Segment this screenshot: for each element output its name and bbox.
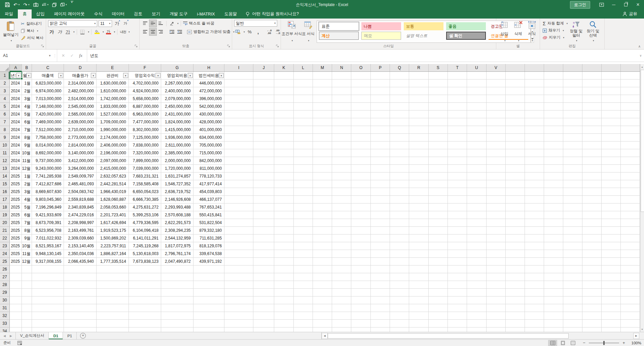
cell[interactable]: [486, 312, 505, 320]
cell[interactable]: [253, 126, 274, 134]
cell[interactable]: [161, 304, 193, 312]
ribbon-display-options-button[interactable]: [596, 0, 608, 9]
cell[interactable]: [9, 327, 22, 332]
cell[interactable]: [563, 219, 582, 227]
fill-button[interactable]: 채우기 ▾: [543, 27, 568, 34]
cell[interactable]: [351, 126, 370, 134]
cell[interactable]: [274, 304, 293, 312]
cell[interactable]: [409, 165, 428, 172]
cell-B20[interactable]: 7월: [22, 219, 32, 227]
cell[interactable]: [253, 180, 274, 188]
cell[interactable]: [224, 296, 253, 304]
autosum-button[interactable]: Σ 자동 합계 ▾: [543, 20, 568, 27]
cell[interactable]: [448, 180, 467, 188]
cell[interactable]: [274, 103, 293, 111]
cell[interactable]: [525, 87, 544, 95]
cell[interactable]: [351, 281, 370, 289]
cell-C24[interactable]: 9,948,130,145: [32, 250, 64, 258]
cell[interactable]: [601, 227, 620, 234]
format-painter-button[interactable]: 서식 복사: [21, 34, 43, 41]
cell[interactable]: [332, 134, 351, 141]
cell-D3[interactable]: 2,482,000,000: [64, 87, 97, 95]
cell[interactable]: [293, 281, 313, 289]
vertical-scroll-thumb[interactable]: [641, 70, 644, 212]
cell[interactable]: [486, 304, 505, 312]
cell[interactable]: [486, 118, 505, 126]
cell[interactable]: [467, 126, 486, 134]
cell[interactable]: [467, 118, 486, 126]
cell[interactable]: [525, 281, 544, 289]
cell[interactable]: [224, 126, 253, 134]
cell[interactable]: [370, 289, 390, 296]
cell[interactable]: [467, 103, 486, 111]
cell[interactable]: [582, 234, 601, 242]
cell-C19[interactable]: 9,421,933,609: [32, 211, 64, 219]
cell[interactable]: [313, 203, 332, 211]
cell[interactable]: [448, 320, 467, 327]
cell[interactable]: [293, 157, 313, 165]
cell-E14[interactable]: 2,632,057,623: [97, 172, 129, 180]
cell[interactable]: [620, 141, 640, 149]
cell[interactable]: [370, 172, 390, 180]
cell[interactable]: [620, 72, 640, 80]
cell[interactable]: [486, 134, 505, 141]
cell-F18[interactable]: 4,275,631,272: [129, 203, 161, 211]
cell-F3[interactable]: 4,924,000,000: [129, 87, 161, 95]
row-header-4[interactable]: 4: [0, 95, 9, 103]
paste-options-button[interactable]: ▾: [40, 1, 50, 8]
cell[interactable]: [428, 258, 448, 265]
cell-C21[interactable]: 6,523,956,708: [32, 227, 64, 234]
cell[interactable]: [351, 80, 370, 87]
cell-C4[interactable]: 7,013,000,000: [32, 95, 64, 103]
cell[interactable]: [390, 87, 409, 95]
cell-A14[interactable]: 2025: [9, 172, 22, 180]
cell-C14[interactable]: 7,741,285,938: [32, 172, 64, 180]
column-header-B[interactable]: B: [22, 64, 32, 72]
cell[interactable]: [448, 234, 467, 242]
cell[interactable]: [193, 304, 224, 312]
cell[interactable]: [193, 327, 224, 332]
cell[interactable]: [505, 188, 525, 196]
cancel-entry-button[interactable]: ✕: [59, 53, 67, 58]
cell-C15[interactable]: 7,412,827,686: [32, 180, 64, 188]
cell[interactable]: [486, 80, 505, 87]
cell[interactable]: [313, 172, 332, 180]
page-break-view-button[interactable]: [568, 340, 577, 346]
cell[interactable]: [620, 234, 640, 242]
cell[interactable]: [525, 320, 544, 327]
cell-E20[interactable]: 1,617,426,694: [97, 219, 129, 227]
cell[interactable]: [467, 134, 486, 141]
cell-F15[interactable]: 7,158,585,408: [129, 180, 161, 188]
cell[interactable]: [370, 165, 390, 172]
cell[interactable]: [332, 126, 351, 134]
cell[interactable]: [390, 219, 409, 227]
cell[interactable]: [129, 304, 161, 312]
cell[interactable]: [620, 118, 640, 126]
cell-H4[interactable]: 396,000,000: [193, 95, 224, 103]
cell-A5[interactable]: 2024: [9, 103, 22, 111]
cell[interactable]: [601, 188, 620, 196]
cell[interactable]: [332, 273, 351, 281]
cell[interactable]: [351, 95, 370, 103]
insert-cells-button[interactable]: 삽입 ▾: [499, 20, 509, 43]
cell-G5[interactable]: 2,450,000,000: [161, 103, 193, 111]
cell[interactable]: [409, 149, 428, 157]
cell[interactable]: [448, 111, 467, 118]
cell[interactable]: [525, 304, 544, 312]
cell[interactable]: [97, 273, 129, 281]
filter-button-H[interactable]: ▼: [219, 73, 224, 78]
cell[interactable]: [351, 149, 370, 157]
cell-style-6[interactable]: 메모: [361, 32, 401, 40]
cell[interactable]: [448, 250, 467, 258]
cell[interactable]: [544, 95, 563, 103]
cell[interactable]: [505, 304, 525, 312]
cell[interactable]: [544, 312, 563, 320]
cell-B15[interactable]: 2월: [22, 180, 32, 188]
cell[interactable]: [467, 312, 486, 320]
cell-H10[interactable]: 705,000,000: [193, 141, 224, 149]
cell[interactable]: [370, 188, 390, 196]
cell-H24[interactable]: 339,674,538: [193, 250, 224, 258]
cell[interactable]: [544, 87, 563, 95]
cell-E16[interactable]: 1,966,430,019: [97, 188, 129, 196]
cell[interactable]: [448, 157, 467, 165]
